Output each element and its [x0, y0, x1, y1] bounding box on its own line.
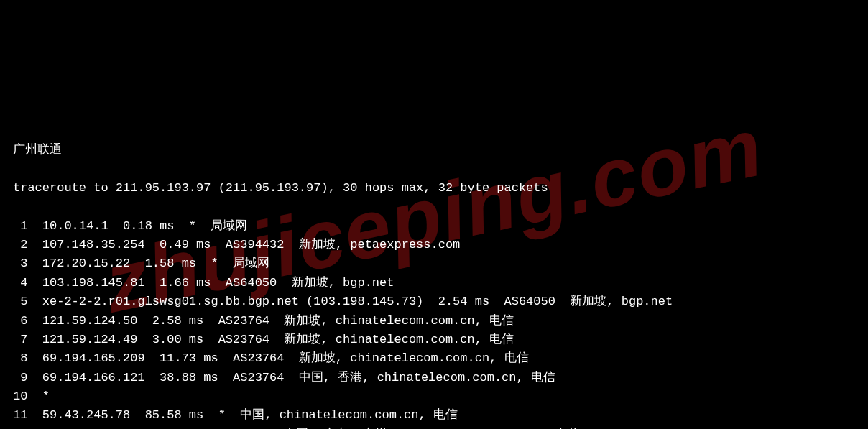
hop-line: 5 xe-2-2-2.r01.glswsg01.sg.bb.bgp.net (1… — [13, 292, 855, 311]
hop-line: 7 121.59.124.49 3.00 ms AS23764 新加坡, chi… — [13, 331, 855, 349]
hop-line: 11 59.43.245.78 85.58 ms * 中国, chinatele… — [13, 406, 855, 425]
hop-line: 2 107.148.35.254 0.49 ms AS394432 新加坡, p… — [13, 236, 855, 254]
traceroute-title: 广州联通 — [13, 141, 855, 160]
hops-list: 1 10.0.14.1 0.18 ms * 局域网 2 107.148.35.2… — [13, 217, 855, 429]
terminal-output: 广州联通 traceroute to 211.95.193.97 (211.95… — [13, 122, 855, 429]
hop-line: 1 10.0.14.1 0.18 ms * 局域网 — [13, 217, 855, 236]
hop-line: 3 172.20.15.22 1.58 ms * 局域网 — [13, 254, 855, 273]
traceroute-header: traceroute to 211.95.193.97 (211.95.193.… — [13, 179, 855, 198]
hop-line: 6 121.59.124.50 2.58 ms AS23764 新加坡, chi… — [13, 312, 855, 331]
hop-line: 10 * — [13, 387, 855, 406]
hop-line: 4 103.198.145.81 1.66 ms AS64050 新加坡, bg… — [13, 274, 855, 292]
hop-line: 8 69.194.165.209 11.73 ms AS23764 新加坡, c… — [13, 349, 855, 368]
hop-line: 12 202.97.91.193 86.95 ms AS4134 中国, 广东,… — [13, 425, 855, 429]
hop-line: 9 69.194.166.121 38.88 ms AS23764 中国, 香港… — [13, 369, 855, 387]
